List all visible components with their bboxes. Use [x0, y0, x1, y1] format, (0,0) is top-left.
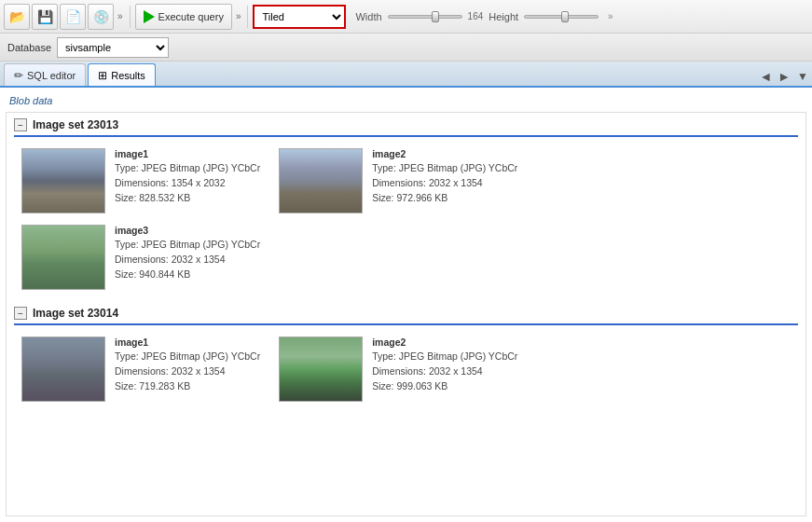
image-set-23013-images: image1 Type: JPEG Bitmap (JPG) YCbCr Dim…: [7, 144, 805, 225]
toolbar-btn-3[interactable]: 📄: [60, 4, 86, 30]
image-thumbnail: [21, 225, 105, 290]
image-set-23013-images-row2: image3 Type: JPEG Bitmap (JPG) YCbCr Dim…: [7, 225, 805, 301]
tab-next-button[interactable]: ►: [775, 67, 793, 86]
width-value: 164: [468, 11, 484, 21]
cathedral-image: [22, 149, 104, 213]
content-area: Blob data − Image set 23013 image1 Type:…: [0, 88, 812, 522]
image-dimensions: Dimensions: 2032 x 1354: [372, 364, 517, 379]
image-type: Type: JPEG Bitmap (JPG) YCbCr: [372, 350, 517, 364]
list-item: image3 Type: JPEG Bitmap (JPG) YCbCr Dim…: [21, 225, 260, 290]
results-scroll[interactable]: − Image set 23013 image1 Type: JPEG Bitm…: [6, 112, 806, 516]
image-info: image2 Type: JPEG Bitmap (JPG) YCbCr Dim…: [372, 148, 517, 205]
building-image: [280, 149, 362, 213]
collapse-set-23013[interactable]: −: [14, 118, 27, 131]
image-dimensions: Dimensions: 2032 x 1354: [115, 364, 260, 379]
more-arrows-3: »: [608, 11, 613, 21]
image-dimensions: Dimensions: 2032 x 1354: [115, 253, 260, 268]
image-set-23013-header: − Image set 23013: [7, 113, 805, 135]
image-set-23014-header: − Image set 23014: [7, 301, 805, 323]
more-arrows-1: »: [117, 11, 123, 21]
image-name: image2: [372, 148, 517, 159]
urban-image: [22, 337, 104, 401]
image-size: Size: 972.966 KB: [372, 191, 517, 206]
tab-prev-button[interactable]: ◄: [756, 67, 775, 86]
image-info: image3 Type: JPEG Bitmap (JPG) YCbCr Dim…: [115, 225, 260, 282]
separator-2: [247, 6, 248, 28]
height-label: Height: [489, 11, 518, 22]
image-size: Size: 828.532 KB: [115, 191, 260, 206]
save2-icon: 📄: [65, 9, 81, 24]
results-icon: ⊞: [98, 69, 107, 82]
tab-results-label: Results: [111, 70, 145, 81]
image-type: Type: JPEG Bitmap (JPG) YCbCr: [115, 238, 260, 253]
image-size: Size: 940.844 KB: [115, 268, 260, 282]
image-set-23014-images: image1 Type: JPEG Bitmap (JPG) YCbCr Dim…: [7, 333, 805, 413]
tab-navigation: ◄ ► ▼: [756, 67, 812, 86]
image-type: Type: JPEG Bitmap (JPG) YCbCr: [372, 161, 517, 176]
tab-sql-editor[interactable]: ✏ SQL editor: [4, 63, 86, 86]
sql-icon: ✏: [14, 69, 23, 82]
list-item: image1 Type: JPEG Bitmap (JPG) YCbCr Dim…: [21, 148, 260, 213]
execute-query-button[interactable]: Execute query: [135, 4, 232, 30]
image-name: image1: [115, 148, 260, 159]
image-type: Type: JPEG Bitmap (JPG) YCbCr: [115, 350, 260, 364]
tab-bar: ✏ SQL editor ⊞ Results ◄ ► ▼: [0, 62, 812, 88]
toolbar: 📂 💾 📄 💿 » Execute query » Tiled Single L…: [0, 0, 812, 34]
list-item: image2 Type: JPEG Bitmap (JPG) YCbCr Dim…: [279, 148, 517, 213]
width-slider-thumb: [432, 11, 439, 22]
database-label: Database: [7, 42, 51, 53]
database-select[interactable]: sivsample: [57, 37, 169, 58]
image-name: image2: [372, 337, 517, 348]
height-slider-thumb: [561, 11, 569, 22]
image-type: Type: JPEG Bitmap (JPG) YCbCr: [115, 161, 260, 176]
image-name: image3: [115, 225, 260, 236]
more-arrows-2: »: [236, 11, 241, 21]
toolbar-btn-1[interactable]: 📂: [4, 4, 30, 30]
image-thumbnail: [279, 337, 363, 402]
image-size: Size: 719.283 KB: [115, 379, 260, 394]
set-23014-divider: [14, 323, 798, 325]
image-info: image2 Type: JPEG Bitmap (JPG) YCbCr Dim…: [372, 337, 517, 393]
blob-label: Blob data: [6, 93, 806, 108]
list-item: image1 Type: JPEG Bitmap (JPG) YCbCr Dim…: [21, 337, 260, 402]
image-size: Size: 999.063 KB: [372, 379, 517, 394]
image-name: image1: [115, 337, 260, 348]
width-slider[interactable]: [388, 15, 462, 19]
toolbar-btn-2[interactable]: 💾: [32, 4, 58, 30]
tab-expand-button[interactable]: ▼: [793, 68, 812, 85]
collapse-set-23014[interactable]: −: [14, 307, 27, 320]
save-icon: 💾: [37, 9, 53, 24]
image-set-23013-title: Image set 23013: [33, 118, 118, 131]
disk-icon: 💿: [93, 9, 109, 24]
image-set-23014-title: Image set 23014: [33, 307, 118, 320]
image-thumbnail: [21, 337, 105, 402]
image-thumbnail: [21, 148, 105, 213]
play-icon: [144, 10, 155, 23]
separator-1: [130, 6, 131, 28]
image-dimensions: Dimensions: 1354 x 2032: [115, 176, 260, 191]
cars-image: [280, 337, 362, 401]
view-mode-dropdown[interactable]: Tiled Single List: [253, 5, 346, 29]
list-item: image2 Type: JPEG Bitmap (JPG) YCbCr Dim…: [279, 337, 517, 402]
open-icon: 📂: [9, 9, 25, 24]
tab-results[interactable]: ⊞ Results: [88, 63, 156, 86]
image-info: image1 Type: JPEG Bitmap (JPG) YCbCr Dim…: [115, 148, 260, 205]
execute-label: Execute query: [158, 11, 224, 22]
toolbar-btn-4[interactable]: 💿: [88, 4, 114, 30]
park-image: [22, 226, 104, 289]
image-thumbnail: [279, 148, 363, 213]
tab-sql-label: SQL editor: [27, 70, 76, 81]
image-dimensions: Dimensions: 2032 x 1354: [372, 176, 517, 191]
image-info: image1 Type: JPEG Bitmap (JPG) YCbCr Dim…: [115, 337, 260, 393]
set-23013-divider: [14, 135, 798, 137]
width-label: Width: [355, 11, 381, 22]
database-bar: Database sivsample: [0, 34, 812, 62]
height-slider[interactable]: [524, 15, 599, 19]
